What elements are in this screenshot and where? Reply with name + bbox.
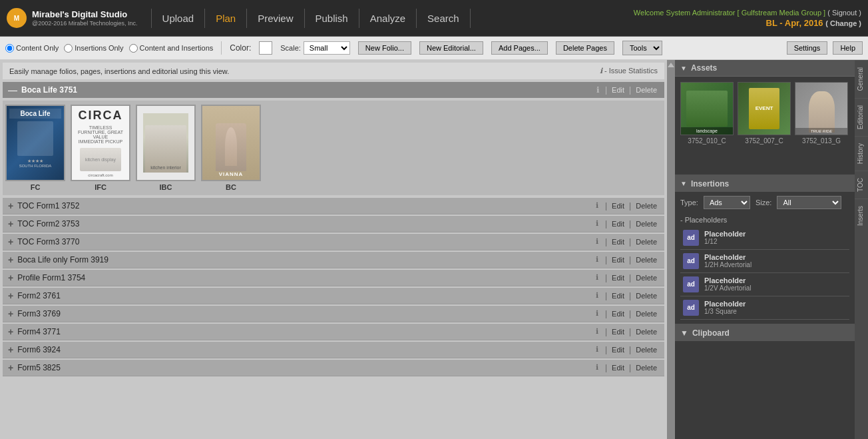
form-expand-0[interactable]: + bbox=[8, 201, 13, 211]
asset-item-0[interactable]: landscape 3752_010_C bbox=[680, 82, 734, 145]
new-editorial-button[interactable]: New Editorial... bbox=[419, 41, 483, 55]
form-expand-2[interactable]: + bbox=[8, 236, 13, 247]
placeholder-item-3[interactable]: ad Placeholder 1/3 Square bbox=[680, 296, 849, 320]
clipboard-expand-arrow[interactable]: ▼ bbox=[680, 328, 688, 338]
form-row-1: + TOC Form2 3753 ℹ | Edit | Delete bbox=[3, 216, 664, 232]
placeholders-header: - Placeholders bbox=[680, 213, 849, 226]
form-delete-6[interactable]: Delete bbox=[634, 309, 659, 318]
vtab-toc[interactable]: TOC bbox=[855, 171, 868, 199]
asset-label-0: 3752_010_C bbox=[688, 137, 726, 145]
page-ifc[interactable]: CIRCA TIMELESS FURNITURE, GREAT VALUEIMM… bbox=[71, 105, 130, 191]
form-delete-2[interactable]: Delete bbox=[634, 237, 659, 246]
form-edit-0[interactable]: Edit bbox=[610, 201, 626, 211]
form-edit-7[interactable]: Edit bbox=[610, 327, 626, 336]
scroll-up-arrow[interactable] bbox=[668, 63, 674, 67]
form-info-2[interactable]: ℹ bbox=[596, 237, 598, 246]
form-expand-6[interactable]: + bbox=[8, 308, 13, 319]
form-edit-2[interactable]: Edit bbox=[610, 237, 626, 246]
form-delete-5[interactable]: Delete bbox=[634, 291, 659, 300]
radio-content-only[interactable]: Content Only bbox=[5, 44, 59, 53]
type-select[interactable]: Ads Editorial bbox=[704, 196, 750, 209]
placeholder-size-1: 1/2H Advertorial bbox=[704, 261, 752, 268]
form-edit-4[interactable]: Edit bbox=[610, 273, 626, 282]
assets-title: Assets bbox=[691, 63, 717, 73]
radio-content-and-insertions[interactable]: Content and Insertions bbox=[129, 44, 214, 53]
scale-select[interactable]: Small Medium Large bbox=[304, 41, 350, 55]
form-delete-3[interactable]: Delete bbox=[634, 255, 659, 264]
form-expand-9[interactable]: + bbox=[8, 362, 13, 373]
form-info-9[interactable]: ℹ bbox=[596, 363, 598, 372]
form-info-4[interactable]: ℹ bbox=[596, 273, 598, 282]
placeholder-info-1: Placeholder 1/2H Advertorial bbox=[704, 253, 752, 268]
clipboard-header: ▼ Clipboard bbox=[675, 325, 855, 341]
issue-stats[interactable]: ℹ - Issue Statistics bbox=[600, 67, 658, 75]
form-delete-8[interactable]: Delete bbox=[634, 345, 659, 354]
form-info-3[interactable]: ℹ bbox=[596, 255, 598, 264]
form-info-8[interactable]: ℹ bbox=[596, 345, 598, 354]
vtab-editorial[interactable]: Editorial bbox=[855, 98, 868, 136]
form-expand-3[interactable]: + bbox=[8, 254, 13, 265]
page-ibc[interactable]: kitchen interior IBC bbox=[136, 105, 196, 191]
placeholder-item-2[interactable]: ad Placeholder 1/2V Advertorial bbox=[680, 273, 849, 296]
form-edit-3[interactable]: Edit bbox=[610, 255, 626, 264]
form-expand-5[interactable]: + bbox=[8, 290, 13, 301]
tab-analyze[interactable]: Analyze bbox=[359, 9, 417, 28]
placeholder-item-1[interactable]: ad Placeholder 1/2H Advertorial bbox=[680, 250, 849, 273]
tools-dropdown[interactable]: Tools bbox=[622, 41, 662, 55]
form-expand-8[interactable]: + bbox=[8, 344, 13, 355]
form-edit-9[interactable]: Edit bbox=[610, 363, 626, 372]
folio-info-icon[interactable]: ℹ bbox=[596, 85, 600, 95]
size-select[interactable]: All Full Page Half Page Quarter Page bbox=[777, 196, 841, 209]
tab-preview[interactable]: Preview bbox=[247, 9, 304, 28]
form-expand-7[interactable]: + bbox=[8, 326, 13, 337]
tab-search[interactable]: Search bbox=[417, 9, 471, 28]
form-delete-9[interactable]: Delete bbox=[634, 363, 659, 372]
form-delete-1[interactable]: Delete bbox=[634, 219, 659, 228]
new-folio-button[interactable]: New Folio... bbox=[358, 41, 411, 55]
folio-collapse-icon[interactable]: — bbox=[8, 85, 17, 95]
page-fc[interactable]: Boca Life ★★★★ SOUTH FLORIDA FC bbox=[5, 105, 65, 191]
folio-delete-button[interactable]: Delete bbox=[634, 85, 659, 95]
tab-publish[interactable]: Publish bbox=[305, 9, 359, 28]
tools-select[interactable]: Tools bbox=[622, 41, 662, 55]
color-picker[interactable] bbox=[259, 41, 272, 55]
delete-pages-button[interactable]: Delete Pages bbox=[556, 41, 614, 55]
assets-collapse-arrow[interactable]: ▼ bbox=[680, 65, 687, 72]
form-edit-8[interactable]: Edit bbox=[610, 345, 626, 354]
color-label: Color: bbox=[230, 43, 251, 53]
folio-edit-button[interactable]: Edit bbox=[610, 85, 626, 95]
content-scrollbar[interactable] bbox=[667, 60, 675, 439]
form-delete-4[interactable]: Delete bbox=[634, 273, 659, 282]
form-row-8: + Form6 3924 ℹ | Edit | Delete bbox=[3, 342, 664, 358]
form-expand-4[interactable]: + bbox=[8, 272, 13, 283]
change-link[interactable]: ( Change ) bbox=[825, 19, 861, 27]
form-delete-0[interactable]: Delete bbox=[634, 201, 659, 211]
page-ibc-label: IBC bbox=[160, 183, 172, 191]
radio-insertions-only[interactable]: Insertions Only bbox=[64, 44, 123, 53]
page-bc[interactable]: VIANNA BC bbox=[201, 105, 261, 191]
placeholder-item-0[interactable]: ad Placeholder 1/12 bbox=[680, 226, 849, 250]
form-info-1[interactable]: ℹ bbox=[596, 219, 598, 228]
form-edit-1[interactable]: Edit bbox=[610, 219, 626, 228]
form-edit-6[interactable]: Edit bbox=[610, 309, 626, 318]
tab-upload[interactable]: Upload bbox=[151, 9, 206, 28]
help-button[interactable]: Help bbox=[833, 41, 863, 55]
form-info-5[interactable]: ℹ bbox=[596, 291, 598, 300]
asset-item-1[interactable]: EVENT 3752_007_C bbox=[738, 82, 791, 145]
placeholder-info-0: Placeholder 1/12 bbox=[704, 230, 746, 245]
settings-button[interactable]: Settings bbox=[787, 41, 828, 55]
signout-link[interactable]: ( Signout ) bbox=[827, 9, 861, 17]
tab-plan[interactable]: Plan bbox=[205, 9, 247, 28]
asset-item-2[interactable]: TRUE RIDE 3752_013_G bbox=[795, 82, 848, 145]
form-info-7[interactable]: ℹ bbox=[596, 327, 598, 336]
form-expand-1[interactable]: + bbox=[8, 219, 13, 229]
insertions-collapse-arrow[interactable]: ▼ bbox=[680, 180, 687, 187]
vtab-general[interactable]: General bbox=[855, 60, 868, 98]
add-pages-button[interactable]: Add Pages... bbox=[491, 41, 548, 55]
vtab-inserts[interactable]: Inserts bbox=[855, 199, 868, 232]
form-edit-5[interactable]: Edit bbox=[610, 291, 626, 300]
form-info-6[interactable]: ℹ bbox=[596, 309, 598, 318]
form-delete-7[interactable]: Delete bbox=[634, 327, 659, 336]
form-info-0[interactable]: ℹ bbox=[596, 201, 598, 211]
vtab-history[interactable]: History bbox=[855, 136, 868, 171]
